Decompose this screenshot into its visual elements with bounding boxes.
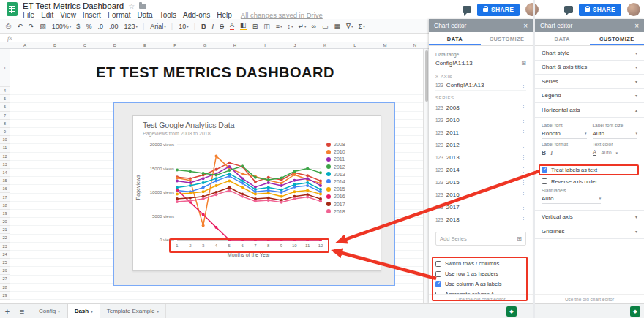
section-chart-style[interactable]: Chart style ▾ [535,46,644,61]
series-row[interactable]: 123 2010 ⋮ [435,114,526,126]
menu-file[interactable]: File [23,11,34,19]
kebab-menu-icon[interactable]: ⋮ [520,179,526,186]
section-vertical-axis[interactable]: Vertical axis ▾ [535,211,644,225]
row-header[interactable]: 8 [0,120,10,128]
row-header[interactable]: 26 [0,267,10,275]
option-row[interactable]: Switch rows / columns [435,260,526,267]
zoom-select[interactable]: 100% ▾ [52,23,72,30]
menu-addons[interactable]: Add-ons [183,11,210,19]
menu-help[interactable]: Help [217,11,232,19]
row-header[interactable]: 24 [0,251,10,259]
kebab-menu-icon[interactable]: ⋮ [520,167,526,173]
row-header[interactable]: 9 [0,128,10,136]
strikethrough-button[interactable]: S [220,23,225,30]
insert-link-button[interactable]: ∞ [312,23,317,30]
add-series-input[interactable]: Add Series ⊞ [435,232,526,246]
borders-button[interactable]: ⊞ [252,23,259,30]
document-title[interactable]: ET Test Metrics Dashboard [23,1,124,10]
label-font-select[interactable]: Roboto ▾ [542,129,587,139]
row-header[interactable]: 7 [0,112,10,120]
menu-tools[interactable]: Tools [160,11,176,19]
checkbox[interactable] [435,261,441,267]
column-header[interactable]: E [130,42,160,49]
option-row[interactable]: Use row 1 as headers [435,270,526,277]
comments-icon[interactable] [564,6,573,13]
kebab-menu-icon[interactable]: ⋮ [520,204,526,211]
series-row[interactable]: 123 2017 ⋮ [435,201,526,213]
paint-format-button[interactable]: ▧ [40,23,47,30]
sheet-heading-cell[interactable]: ET TEST METRICS DASHBOARD [10,64,420,81]
series-row[interactable]: 123 2008 ⋮ [435,102,526,114]
row-header[interactable]: 22 [0,234,10,242]
row-header[interactable]: 10 [0,136,10,144]
column-header[interactable]: N [400,42,429,49]
row-header[interactable]: 20 [0,218,10,226]
column-header[interactable]: B [40,42,70,49]
row-header[interactable]: 13 [0,161,10,169]
kebab-menu-icon[interactable]: ⋮ [520,154,526,161]
select-all-corner[interactable] [0,42,10,49]
row-header[interactable]: 14 [0,169,10,177]
font-family-select[interactable]: Arial ▾ [150,23,166,30]
explore-button[interactable]: ◆ [630,306,640,317]
column-header[interactable]: K [310,42,340,49]
kebab-menu-icon[interactable]: ⋮ [520,82,526,88]
print-button[interactable]: ⎙ [6,22,12,30]
section-horizontal-axis[interactable]: Horizontal axis ▴ [535,103,644,118]
row-header[interactable]: 25 [0,259,10,267]
more-formats-button[interactable]: 123 ▾ [124,23,138,30]
sheet-tab-dash[interactable]: Dash ▾ [67,304,100,318]
vertical-scrollbar[interactable] [423,49,429,303]
slant-labels-select[interactable]: Auto ▾ [542,194,601,204]
italic-button[interactable]: I [550,149,553,156]
section-legend[interactable]: Legend ▾ [535,89,644,104]
menu-view[interactable]: View [60,11,76,19]
share-button[interactable]: SHARE [477,4,520,16]
kebab-menu-icon[interactable]: ⋮ [520,129,526,136]
row-header[interactable]: 28 [0,284,10,292]
row-header[interactable]: 29 [0,292,10,300]
data-range-input[interactable]: Config!A1:L13 ⊞ [435,58,526,69]
column-header[interactable]: H [220,42,250,49]
comments-icon[interactable] [463,6,471,13]
column-header[interactable]: J [280,42,310,49]
format-currency-button[interactable]: $ [76,23,80,30]
row-header[interactable]: 16 [0,185,10,193]
row-header[interactable]: 21 [0,226,10,234]
font-size-select[interactable]: 10 ▾ [179,23,189,30]
row-header[interactable]: 12 [0,153,10,161]
kebab-menu-icon[interactable]: ⋮ [520,216,526,223]
bold-button[interactable]: B [542,149,546,156]
sheet-tab-config[interactable]: Config ▾ [32,304,67,318]
series-row[interactable]: 123 2018 ⋮ [435,213,526,226]
close-icon[interactable]: × [634,22,639,30]
insert-chart-button[interactable]: ▦ [334,23,341,30]
close-icon[interactable]: × [523,22,528,30]
section-gridlines[interactable]: Gridlines ▾ [535,224,644,239]
redo-button[interactable]: ↷ [29,23,35,30]
functions-button[interactable]: Σ ▾ [359,23,365,30]
series-row[interactable]: 123 2014 ⋮ [435,164,526,176]
select-range-icon[interactable]: ⊞ [517,235,522,242]
option-row[interactable]: Use column A as labels [435,281,526,287]
column-header[interactable]: C [70,42,100,49]
select-range-icon[interactable]: ⊞ [521,60,526,67]
old-chart-editor-link[interactable]: Use the old chart editor [429,294,533,302]
row-header[interactable]: 5 [0,95,10,103]
series-row[interactable]: 123 2012 ⋮ [435,139,526,151]
wrap-text-button[interactable]: ↵ ▾ [298,23,306,30]
fill-color-button[interactable]: ◧ [240,22,247,30]
sheets-logo-icon[interactable] [7,2,18,16]
checkbox[interactable] [435,281,441,287]
text-color-button[interactable]: A [230,22,235,30]
series-row[interactable]: 123 2011 ⋮ [435,126,526,139]
menu-format[interactable]: Format [108,11,131,19]
merge-cells-button[interactable]: ◫ [263,23,271,30]
kebab-menu-icon[interactable]: ⋮ [520,142,526,148]
checkbox[interactable] [435,271,441,277]
tab-customize[interactable]: CUSTOMIZE [590,32,644,45]
column-header[interactable]: A [10,42,40,49]
row-header[interactable]: 18 [0,202,10,210]
series-row[interactable]: 123 2016 ⋮ [435,189,526,201]
row-header[interactable]: 6 [0,103,10,111]
